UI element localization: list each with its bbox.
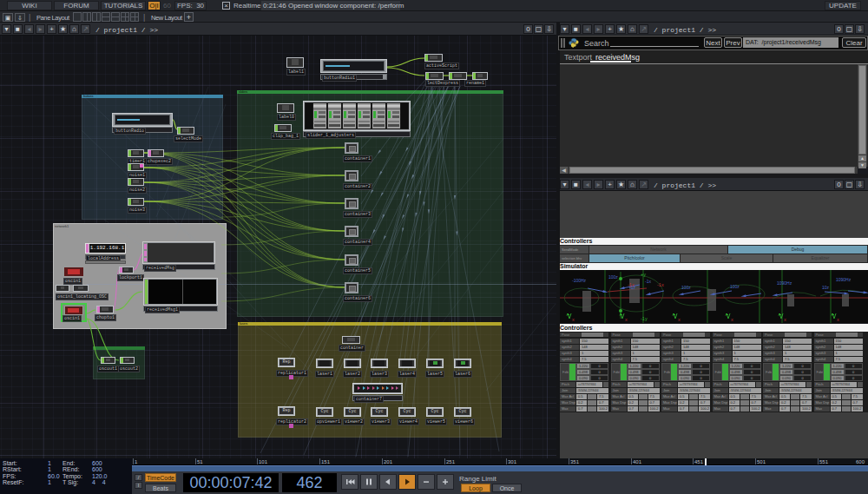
svg-text:100z: 100z — [730, 284, 740, 289]
svg-text:-100Hz: -100Hz — [572, 278, 587, 283]
svg-text:-1x: -1x — [657, 282, 664, 287]
svg-text:x: x — [784, 317, 786, 322]
svg-text:-1x: -1x — [628, 282, 635, 287]
svg-text:100z: 100z — [681, 285, 691, 290]
svg-text:1090Hz: 1090Hz — [836, 277, 852, 282]
svg-text:10z: 10z — [822, 285, 830, 290]
svg-text:x: x — [837, 317, 839, 322]
svg-text:x: x — [731, 317, 733, 322]
svg-text:1090Hz: 1090Hz — [777, 280, 792, 286]
svg-text:x: x — [625, 317, 628, 322]
svg-text:x: x — [678, 317, 681, 322]
svg-text:+y: +y — [641, 272, 646, 277]
svg-text:-1x: -1x — [645, 279, 651, 284]
svg-text:x: x — [572, 317, 575, 322]
svg-text:-1y: -1y — [641, 316, 648, 321]
svg-text:100z: 100z — [608, 274, 618, 280]
